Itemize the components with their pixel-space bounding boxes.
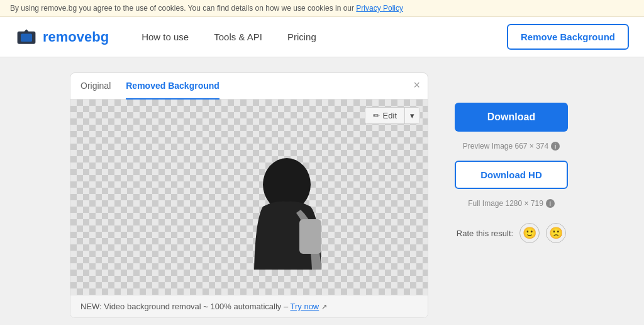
pencil-icon: ✏: [373, 111, 380, 120]
download-hd-button[interactable]: Download HD: [455, 161, 568, 189]
edit-dropdown-button[interactable]: ▾: [405, 108, 419, 123]
rating-section: Rate this result: 🙂 🙁: [457, 223, 566, 243]
logo-bg: bg: [92, 29, 109, 45]
full-info-icon: i: [546, 199, 555, 208]
privacy-link[interactable]: Privacy Policy: [356, 4, 403, 13]
cookie-banner: By using remove.bg you agree to the use …: [0, 0, 644, 17]
download-button[interactable]: Download: [455, 103, 568, 132]
preview-info-icon: i: [551, 142, 560, 151]
nav-pricing[interactable]: Pricing: [275, 17, 329, 57]
remove-background-button[interactable]: Remove Background: [507, 24, 629, 50]
logo-text: removebg: [43, 29, 109, 45]
logo-remove: remove: [43, 29, 92, 45]
svg-rect-2: [21, 33, 32, 42]
happy-rating-button[interactable]: 🙂: [519, 223, 540, 243]
rate-label: Rate this result:: [457, 229, 513, 238]
nav-links: How to use Tools & API Pricing: [129, 17, 507, 57]
logo-icon: [15, 26, 38, 48]
tab-original[interactable]: Original: [80, 81, 111, 100]
card-footer: NEW: Video background removal ~ 100% aut…: [70, 295, 428, 317]
try-now-link[interactable]: Try now: [291, 302, 319, 311]
tab-removed-background[interactable]: Removed Background: [126, 81, 219, 100]
logo: removebg: [15, 26, 109, 48]
external-link-icon: ↗: [321, 303, 327, 311]
close-icon[interactable]: ×: [413, 79, 420, 91]
main-content: Original Removed Background × ✏ Edit ▾: [0, 57, 644, 325]
image-preview: ✏ Edit ▾: [70, 100, 428, 295]
right-panel: Download Preview Image 667 × 374 i Downl…: [448, 72, 574, 318]
nav-tools-api[interactable]: Tools & API: [201, 17, 275, 57]
card-tabs: Original Removed Background ×: [70, 73, 428, 100]
sad-rating-button[interactable]: 🙁: [546, 223, 566, 243]
person-silhouette: [230, 156, 343, 295]
svg-rect-4: [299, 219, 321, 254]
cookie-text: By using remove.bg you agree to the use …: [10, 4, 356, 13]
image-card: Original Removed Background × ✏ Edit ▾: [70, 72, 428, 318]
edit-button-group: ✏ Edit ▾: [365, 107, 420, 124]
nav-how-to-use[interactable]: How to use: [129, 17, 201, 57]
full-info: Full Image 1280 × 719 i: [468, 199, 555, 208]
happy-face-icon: 🙂: [523, 226, 536, 240]
preview-info: Preview Image 667 × 374 i: [463, 142, 560, 151]
navbar: removebg How to use Tools & API Pricing …: [0, 17, 644, 57]
edit-button[interactable]: ✏ Edit: [365, 108, 405, 123]
sad-face-icon: 🙁: [549, 226, 563, 240]
